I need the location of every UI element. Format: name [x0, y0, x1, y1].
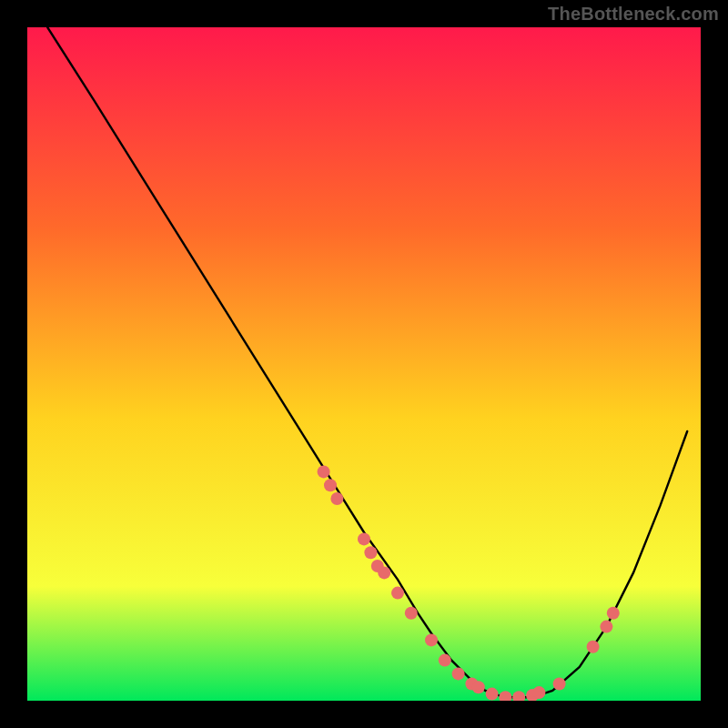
data-marker	[532, 686, 545, 699]
data-marker	[587, 641, 600, 653]
data-marker	[391, 587, 404, 600]
bottleneck-chart	[27, 27, 701, 701]
data-marker	[378, 566, 390, 579]
data-marker	[405, 607, 418, 620]
data-marker	[472, 681, 485, 693]
data-marker	[318, 465, 330, 478]
watermark-text: TheBottleneck.com	[548, 4, 719, 25]
data-marker	[607, 607, 620, 620]
data-marker	[486, 688, 499, 701]
data-marker	[358, 532, 370, 545]
data-marker	[364, 546, 377, 559]
data-marker	[324, 479, 337, 491]
data-marker	[452, 667, 465, 680]
data-marker	[330, 492, 343, 505]
chart-stage: TheBottleneck.com	[0, 0, 728, 728]
data-marker	[600, 621, 612, 633]
data-marker	[553, 678, 566, 691]
plot-area	[27, 27, 701, 701]
data-marker	[425, 633, 438, 646]
gradient-background	[27, 27, 701, 701]
data-marker	[439, 654, 451, 667]
